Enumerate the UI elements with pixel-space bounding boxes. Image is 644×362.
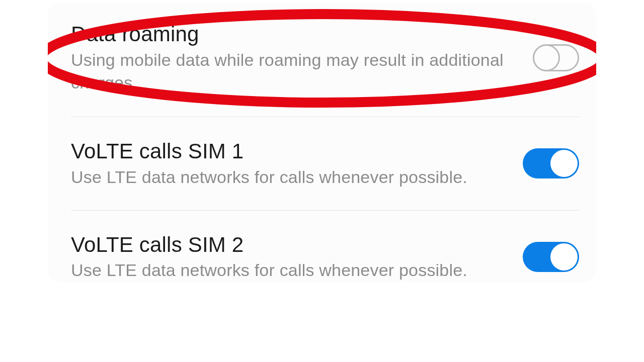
setting-text: VoLTE calls SIM 2 Use LTE data networks …	[71, 232, 523, 282]
setting-row-data-roaming[interactable]: Data roaming Using mobile data while roa…	[48, 3, 596, 117]
setting-row-volte-sim2[interactable]: VoLTE calls SIM 2 Use LTE data networks …	[48, 211, 596, 282]
toggle-knob	[550, 150, 578, 177]
setting-text: Data roaming Using mobile data while roa…	[71, 21, 533, 95]
setting-subtitle: Using mobile data while roaming may resu…	[71, 49, 521, 95]
setting-subtitle: Use LTE data networks for calls whenever…	[71, 166, 511, 189]
setting-title: VoLTE calls SIM 1	[71, 138, 511, 165]
setting-title: Data roaming	[71, 21, 521, 48]
toggle-knob	[550, 243, 578, 270]
data-roaming-toggle[interactable]	[533, 44, 579, 71]
setting-text: VoLTE calls SIM 1 Use LTE data networks …	[71, 138, 523, 189]
setting-subtitle: Use LTE data networks for calls whenever…	[71, 259, 511, 282]
settings-card: Data roaming Using mobile data while roa…	[48, 3, 596, 282]
setting-row-volte-sim1[interactable]: VoLTE calls SIM 1 Use LTE data networks …	[48, 117, 596, 210]
toggle-knob	[533, 44, 560, 71]
volte-sim1-toggle[interactable]	[523, 148, 579, 178]
volte-sim2-toggle[interactable]	[523, 242, 579, 272]
setting-title: VoLTE calls SIM 2	[71, 232, 511, 258]
